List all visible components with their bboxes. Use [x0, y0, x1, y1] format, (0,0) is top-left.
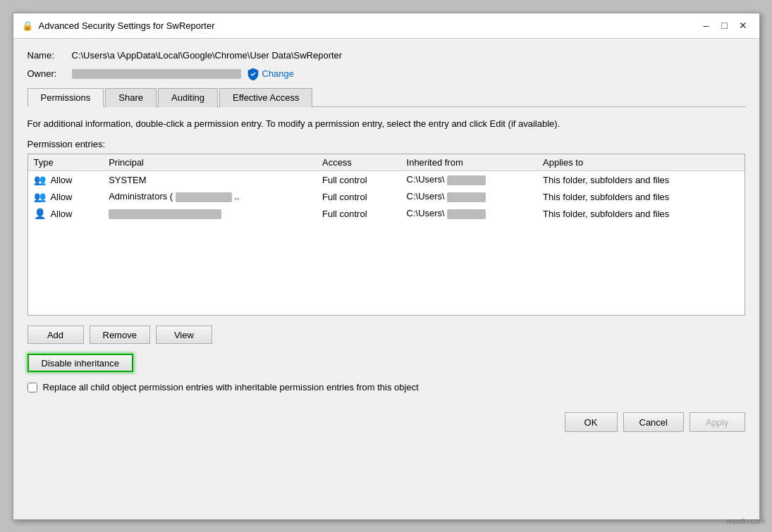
row1-access: Full control	[317, 171, 401, 189]
name-value: C:\Users\a \AppData\Local\Google\Chrome\…	[72, 50, 343, 61]
row2-inherited-blurred	[447, 192, 486, 202]
row3-inherited-blurred	[447, 209, 486, 219]
window-icon: 🔒	[22, 20, 33, 31]
row2-principal-blurred	[176, 192, 232, 202]
owner-label: Owner:	[27, 68, 66, 79]
add-button[interactable]: Add	[27, 326, 84, 344]
table-row[interactable]: 👤 Allow Full control C:\Users\ This fold…	[28, 205, 745, 222]
maximize-button[interactable]: □	[717, 18, 733, 33]
row3-type: 👤 Allow	[28, 205, 104, 222]
tabs-bar: Permissions Share Auditing Effective Acc…	[27, 87, 745, 107]
col-inherited: Inherited from	[401, 154, 538, 171]
permissions-table: Type Principal Access Inherited from App…	[28, 154, 745, 222]
col-principal: Principal	[103, 154, 317, 171]
remove-button[interactable]: Remove	[90, 326, 150, 344]
tab-auditing[interactable]: Auditing	[158, 88, 218, 107]
row2-access: Full control	[317, 188, 401, 205]
name-label: Name:	[27, 50, 66, 61]
col-access: Access	[317, 154, 401, 171]
user-icon: 👤	[34, 208, 46, 219]
action-buttons: Add Remove View	[27, 326, 745, 344]
col-applies: Applies to	[537, 154, 744, 171]
view-button[interactable]: View	[156, 326, 212, 344]
owner-value	[72, 69, 241, 79]
replace-checkbox[interactable]	[27, 383, 37, 392]
tab-share[interactable]: Share	[105, 88, 157, 107]
name-row: Name: C:\Users\a \AppData\Local\Google\C…	[27, 50, 745, 61]
watermark: wsxdn.com	[726, 516, 765, 525]
main-window: 🔒 Advanced Security Settings for SwRepor…	[13, 13, 760, 520]
permission-entries-label: Permission entries:	[27, 139, 745, 149]
row1-type: 👥 Allow	[28, 171, 104, 189]
col-type: Type	[28, 154, 104, 171]
titlebar: 🔒 Advanced Security Settings for SwRepor…	[13, 13, 759, 39]
change-link[interactable]: Change	[247, 68, 295, 80]
row2-applies: This folder, subfolders and files	[537, 188, 744, 205]
replace-checkbox-row: Replace all child object permission entr…	[27, 382, 745, 392]
tab-permissions[interactable]: Permissions	[27, 88, 104, 107]
close-button[interactable]: ✕	[735, 18, 751, 33]
cancel-button[interactable]: Cancel	[623, 412, 684, 432]
row1-inherited: C:\Users\	[401, 171, 538, 189]
row1-applies: This folder, subfolders and files	[537, 171, 744, 189]
minimize-button[interactable]: –	[699, 18, 714, 33]
dialog-content: Name: C:\Users\a \AppData\Local\Google\C…	[13, 39, 759, 404]
row2-principal: Administrators ( ..	[103, 188, 317, 205]
table-header-row: Type Principal Access Inherited from App…	[28, 154, 745, 171]
change-label: Change	[262, 68, 295, 79]
disable-inheritance-button[interactable]: Disable inheritance	[27, 354, 134, 372]
tab-effective-access[interactable]: Effective Access	[219, 88, 312, 107]
user-group-icon: 👥	[34, 191, 46, 202]
ok-button[interactable]: OK	[565, 412, 618, 432]
row3-access: Full control	[317, 205, 401, 222]
row2-inherited: C:\Users\	[401, 188, 538, 205]
bottom-buttons: OK Cancel Apply	[13, 404, 759, 443]
window-title: Advanced Security Settings for SwReporte…	[39, 20, 693, 31]
row3-principal	[103, 205, 317, 222]
permissions-table-container: Type Principal Access Inherited from App…	[27, 154, 745, 316]
owner-row: Owner: Change	[27, 68, 745, 80]
row3-applies: This folder, subfolders and files	[537, 205, 744, 222]
row3-inherited: C:\Users\	[401, 205, 538, 222]
shield-icon	[247, 68, 259, 80]
row2-type: 👥 Allow	[28, 188, 104, 205]
row3-principal-blurred	[109, 209, 221, 219]
apply-button[interactable]: Apply	[690, 412, 745, 432]
info-text: For additional information, double-click…	[27, 117, 745, 131]
row1-principal: SYSTEM	[103, 171, 317, 189]
disable-inheritance-container: Disable inheritance	[27, 354, 745, 372]
user-group-icon: 👥	[34, 174, 46, 185]
titlebar-controls: – □ ✕	[699, 18, 751, 33]
table-row[interactable]: 👥 Allow SYSTEM Full control C:\Users\ Th…	[28, 171, 745, 189]
row1-inherited-blurred	[447, 175, 486, 185]
table-row[interactable]: 👥 Allow Administrators ( .. Full control…	[28, 188, 745, 205]
replace-checkbox-label: Replace all child object permission entr…	[43, 382, 419, 392]
